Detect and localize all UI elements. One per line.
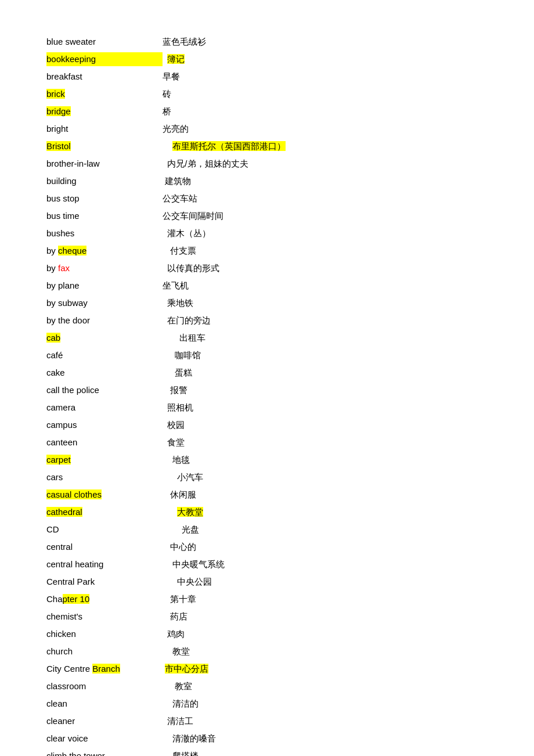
english-term: by subway [46, 296, 163, 310]
chinese-translation: 食堂 [163, 435, 185, 449]
list-item: central heating 中央暖气系统 [46, 557, 488, 571]
list-item: church 教堂 [46, 645, 488, 658]
english-term: Central Park [46, 575, 163, 589]
list-item: call the police 报警 [46, 383, 488, 397]
chinese-translation: 休闲服 [163, 488, 196, 502]
list-item: classroom 教室 [46, 679, 488, 693]
chinese-translation: 蓝色毛绒衫 [163, 35, 206, 49]
list-item: clear voice 清澈的嗓音 [46, 732, 488, 746]
list-item: brother-in-law 内兄/弟，姐妹的丈夫 [46, 157, 488, 171]
list-item: camera 照相机 [46, 401, 488, 415]
chinese-translation: 教室 [163, 679, 192, 693]
chinese-translation: 光亮的 [163, 122, 189, 136]
list-item: breakfast 早餐 [46, 70, 488, 84]
chinese-translation: 砖 [163, 87, 171, 101]
chinese-translation: 建筑物 [163, 174, 191, 188]
list-item: bright 光亮的 [46, 122, 488, 136]
chinese-translation: 公交车间隔时间 [163, 209, 223, 223]
list-item: blue sweater 蓝色毛绒衫 [46, 35, 488, 49]
english-term: bushes [46, 226, 163, 240]
english-term: building [46, 174, 163, 188]
english-term: campus [46, 418, 163, 432]
english-term: City Centre Branch [46, 662, 163, 676]
english-term: casual clothes [46, 488, 163, 502]
chinese-translation: 乘地铁 [163, 296, 193, 310]
chinese-translation: 爬塔楼 [163, 749, 199, 756]
chinese-translation: 教堂 [163, 645, 190, 658]
english-term: Chapter 10 [46, 592, 163, 606]
english-term: breakfast [46, 70, 163, 84]
english-term: cleaner [46, 714, 163, 728]
english-term: chicken [46, 627, 163, 641]
chinese-translation: 报警 [163, 383, 187, 397]
list-item: by fax 以传真的形式 [46, 261, 488, 275]
english-term: cab [46, 331, 163, 345]
list-item: cleaner 清洁工 [46, 714, 488, 728]
list-item: Central Park 中央公园 [46, 575, 488, 589]
chinese-translation: 中央暖气系统 [163, 557, 225, 571]
english-term: church [46, 645, 163, 658]
list-item: central 中心的 [46, 540, 488, 554]
english-term: bus time [46, 209, 163, 223]
chinese-translation: 内兄/弟，姐妹的丈夫 [163, 157, 248, 171]
english-term: camera [46, 401, 163, 415]
list-item: cake 蛋糕 [46, 366, 488, 380]
chinese-translation: 清澈的嗓音 [163, 732, 216, 746]
list-item: café 咖啡馆 [46, 348, 488, 362]
english-term: brother-in-law [46, 157, 163, 171]
list-item: bus stop 公交车站 [46, 192, 488, 206]
english-term: cathedral [46, 505, 163, 519]
list-item: climb the tower 爬塔楼 [46, 749, 488, 756]
list-item: casual clothes 休闲服 [46, 488, 488, 502]
chinese-translation: 市中心分店 [163, 662, 208, 676]
list-item: chicken 鸡肉 [46, 627, 488, 641]
english-term: by cheque [46, 244, 163, 258]
english-term: clear voice [46, 732, 163, 746]
english-term: classroom [46, 679, 163, 693]
list-item: by subway 乘地铁 [46, 296, 488, 310]
list-item: CD 光盘 [46, 523, 488, 537]
chinese-translation: 清洁工 [163, 714, 193, 728]
english-term: by fax [46, 261, 163, 275]
list-item: by the door 在门的旁边 [46, 314, 488, 327]
english-term: by the door [46, 314, 163, 327]
chinese-translation: 中心的 [163, 540, 196, 554]
english-term: brick [46, 87, 163, 101]
chinese-translation: 公交车站 [163, 192, 197, 206]
chinese-translation: 小汽车 [163, 470, 203, 484]
english-term: blue sweater [46, 35, 163, 49]
english-term: bookkeeping [46, 52, 163, 66]
english-term: Bristol [46, 139, 163, 153]
list-item: bookkeeping 簿记 [46, 52, 488, 66]
english-term: by plane [46, 279, 163, 293]
english-term: call the police [46, 383, 163, 397]
english-term: bright [46, 122, 163, 136]
chinese-translation: 以传真的形式 [163, 261, 219, 275]
chinese-translation: 第十章 [163, 592, 196, 606]
chinese-translation: 校园 [163, 418, 185, 432]
list-item: brick 砖 [46, 87, 488, 101]
chinese-translation: 清洁的 [163, 697, 199, 711]
chinese-translation: 中央公园 [163, 575, 212, 589]
list-item: by cheque 付支票 [46, 244, 488, 258]
english-term: central [46, 540, 163, 554]
chinese-translation: 光盘 [163, 523, 199, 537]
chinese-translation: 簿记 [163, 52, 185, 66]
english-term: bus stop [46, 192, 163, 206]
english-term: café [46, 348, 163, 362]
chinese-translation: 照相机 [163, 401, 193, 415]
vocabulary-list: blue sweater 蓝色毛绒衫 bookkeeping 簿记 breakf… [46, 35, 488, 756]
english-term: central heating [46, 557, 163, 571]
list-item: chemist's 药店 [46, 610, 488, 624]
english-term: CD [46, 523, 163, 537]
list-item: cab 出租车 [46, 331, 488, 345]
chinese-translation: 灌木（丛） [163, 226, 211, 240]
english-term: clean [46, 697, 163, 711]
list-item: canteen 食堂 [46, 435, 488, 449]
english-term: bridge [46, 105, 163, 118]
english-term: cake [46, 366, 163, 380]
chinese-translation: 桥 [163, 105, 171, 118]
chinese-translation: 鸡肉 [163, 627, 185, 641]
chinese-translation: 付支票 [163, 244, 196, 258]
english-term: climb the tower [46, 749, 163, 756]
